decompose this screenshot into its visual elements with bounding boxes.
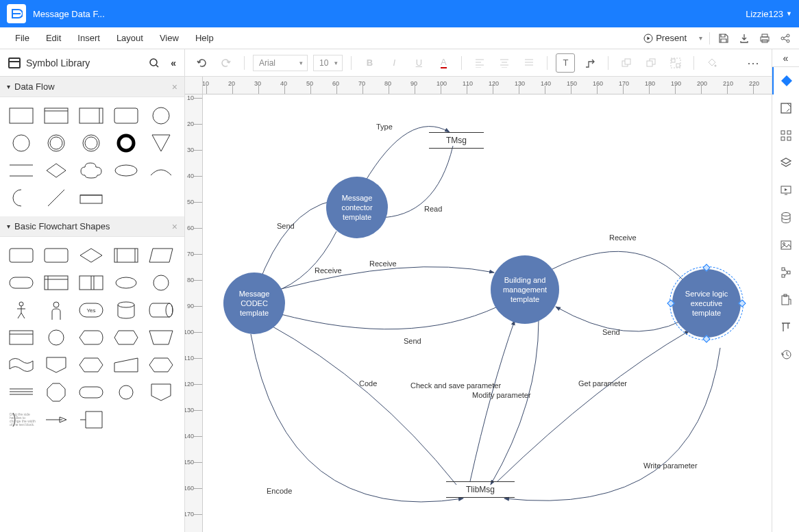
user-menu[interactable]: Lizzie123 ▼ xyxy=(746,9,792,19)
shape-predefined[interactable] xyxy=(112,244,140,267)
outline-tool-icon[interactable] xyxy=(772,259,800,286)
fill-button[interactable] xyxy=(702,53,722,73)
node-contector[interactable]: Message contector template xyxy=(326,177,388,238)
shape-actor[interactable] xyxy=(7,299,36,322)
shape-rect2[interactable] xyxy=(42,104,71,127)
bold-button[interactable]: B xyxy=(360,53,379,73)
back-button[interactable] xyxy=(641,53,661,73)
shape-connector[interactable] xyxy=(147,271,175,294)
selection-handle[interactable] xyxy=(702,264,710,271)
undo-button[interactable] xyxy=(192,53,211,73)
shape-parallel2[interactable] xyxy=(7,381,36,404)
close-section-icon[interactable]: × xyxy=(172,81,177,92)
font-family-select[interactable]: Arial xyxy=(253,55,308,71)
shape-diamond[interactable] xyxy=(42,159,71,182)
shape-circle5[interactable] xyxy=(112,381,140,404)
shape-internal2[interactable] xyxy=(77,271,106,294)
node-service[interactable]: Service logic executive template xyxy=(672,269,741,338)
menu-view[interactable]: View xyxy=(151,30,187,46)
image-tool-icon[interactable] xyxy=(772,231,800,259)
valign-button[interactable] xyxy=(519,53,539,73)
menu-edit[interactable]: Edit xyxy=(38,30,69,46)
properties-tool-icon[interactable] xyxy=(772,94,800,122)
node-tlibmsg[interactable]: TlibMsg xyxy=(446,481,515,498)
shape-direct[interactable] xyxy=(147,299,175,322)
shape-label[interactable] xyxy=(77,186,106,210)
shape-arrow[interactable] xyxy=(42,408,71,431)
collapse-sidebar-icon[interactable]: « xyxy=(171,58,176,68)
selection-handle[interactable] xyxy=(667,299,674,307)
shape-ring[interactable] xyxy=(112,131,140,155)
data-tool-icon[interactable] xyxy=(772,204,800,231)
clipboard-tool-icon[interactable] xyxy=(772,286,800,314)
align-left-button[interactable] xyxy=(470,53,489,73)
shape-card[interactable] xyxy=(7,326,36,349)
node-tmsg[interactable]: TMsg xyxy=(429,132,484,149)
text-color-button[interactable]: A xyxy=(434,53,453,73)
save-icon[interactable] xyxy=(717,31,730,45)
shape-preparation[interactable] xyxy=(147,353,175,377)
share-icon[interactable] xyxy=(778,31,792,45)
menu-file[interactable]: File xyxy=(7,30,38,46)
shape-offpage[interactable] xyxy=(42,353,71,377)
page[interactable]: Message contector template Message CODEC… xyxy=(203,94,772,532)
shape-tape[interactable] xyxy=(7,353,36,377)
shape-parallel[interactable] xyxy=(7,159,36,182)
more-tools-button[interactable]: ⋯ xyxy=(741,55,765,71)
layers-tool-icon[interactable] xyxy=(772,149,800,177)
selection-handle[interactable] xyxy=(738,299,746,307)
shape-line[interactable] xyxy=(42,186,71,210)
shape-pill[interactable] xyxy=(77,381,106,404)
shape-rect3[interactable] xyxy=(77,104,106,127)
apps-tool-icon[interactable] xyxy=(772,122,800,149)
app-logo[interactable] xyxy=(7,4,26,23)
node-codec[interactable]: Message CODEC template xyxy=(223,273,285,334)
shape-loop[interactable] xyxy=(112,326,140,349)
close-section-icon[interactable]: × xyxy=(172,221,177,232)
shape-ellipse2[interactable] xyxy=(112,271,140,294)
canvas[interactable]: Message contector template Message CODEC… xyxy=(203,94,772,532)
shape-usecase-actor[interactable] xyxy=(42,299,71,322)
connector-tool-button[interactable] xyxy=(580,53,600,73)
shape-manual-op[interactable] xyxy=(147,326,175,349)
shape-internal[interactable] xyxy=(42,271,71,294)
menu-layout[interactable]: Layout xyxy=(108,30,151,46)
download-icon[interactable] xyxy=(737,31,751,45)
theme-tool-icon[interactable] xyxy=(772,67,800,94)
section-flowchart[interactable]: ▾ Basic Flowchart Shapes × xyxy=(0,216,184,237)
document-title[interactable]: Message Data F... xyxy=(33,9,105,19)
shape-yes[interactable]: Yes xyxy=(77,299,106,322)
italic-button[interactable]: I xyxy=(384,53,404,73)
shape-circle3[interactable] xyxy=(42,131,71,155)
shape-rect[interactable] xyxy=(7,104,36,127)
shape-manual-input[interactable] xyxy=(112,353,140,377)
menu-help[interactable]: Help xyxy=(187,30,222,46)
shape-offpage2[interactable] xyxy=(147,381,175,404)
front-button[interactable] xyxy=(617,53,636,73)
shape-display2[interactable] xyxy=(77,326,106,349)
shape-decision[interactable] xyxy=(77,244,106,267)
shape-octagon[interactable] xyxy=(42,381,71,404)
underline-button[interactable]: U xyxy=(409,53,428,73)
shape-process[interactable] xyxy=(7,244,36,267)
shape-halfcircle[interactable] xyxy=(7,186,36,210)
align-tool-icon[interactable] xyxy=(772,314,800,341)
redo-button[interactable] xyxy=(217,53,236,73)
shape-process2[interactable] xyxy=(42,244,71,267)
expand-right-icon[interactable]: « xyxy=(772,49,799,67)
present-dropdown[interactable]: ▾ xyxy=(699,34,702,42)
shape-disk[interactable] xyxy=(42,326,71,349)
shape-annotation[interactable]: Drag the sidehandles tochange the widtho… xyxy=(77,408,106,431)
shape-data[interactable] xyxy=(147,244,175,267)
history-tool-icon[interactable] xyxy=(772,341,800,368)
shape-database[interactable] xyxy=(112,299,140,322)
menu-insert[interactable]: Insert xyxy=(69,30,108,46)
present-tool-icon[interactable] xyxy=(772,177,800,204)
section-dataflow[interactable]: ▾ Data Flow × xyxy=(0,77,184,97)
shape-triangle[interactable] xyxy=(147,131,175,155)
node-building[interactable]: Building and management template xyxy=(491,255,559,324)
shape-arc[interactable] xyxy=(147,159,175,182)
align-center-button[interactable] xyxy=(495,53,514,73)
shape-hexagon[interactable] xyxy=(77,353,106,377)
shape-cloud[interactable] xyxy=(77,159,106,182)
